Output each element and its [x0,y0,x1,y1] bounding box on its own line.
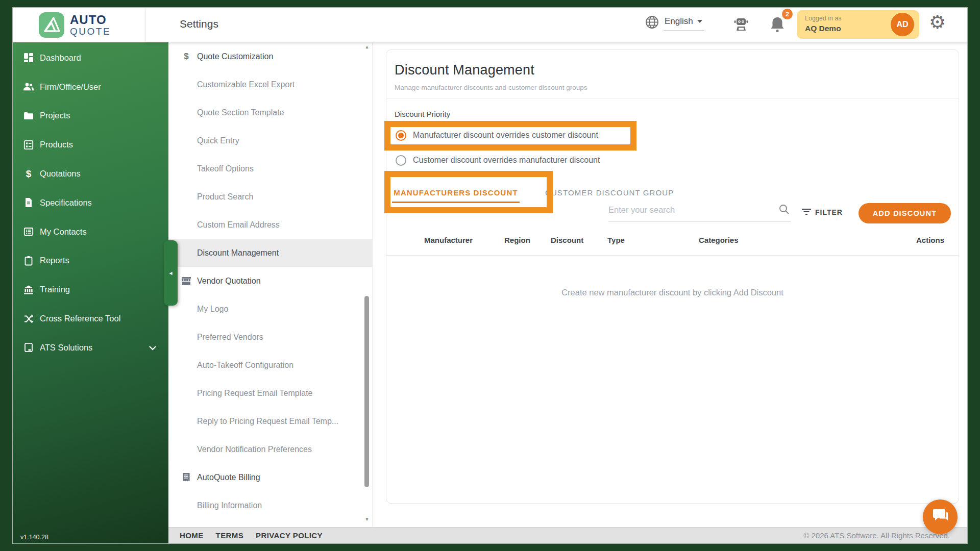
discount-management-card: Discount Management Manage manufacturer … [386,49,959,504]
chat-button[interactable] [923,499,958,534]
settings-item-reply-to-pricing-request-email-template[interactable]: Reply to Pricing Request Email Temp... [168,407,372,435]
clipboard-icon [23,255,34,266]
language-value: English [665,16,693,27]
shuffle-icon [23,313,34,324]
caret-down-icon [697,20,702,23]
sidebar-collapse-flap[interactable]: ◂ [164,240,178,306]
settings-item-vendor-quotation[interactable]: Vendor Quotation [168,267,372,295]
column-categories: Categories [699,236,739,244]
settings-item-takeoff-options[interactable]: Takeoff Options [168,155,372,183]
radio-manufacturer-overrides[interactable]: Manufacturer discount overrides customer… [396,128,598,143]
footer-links: HOME TERMS PRIVACY POLICY [180,528,323,543]
scroll-down-icon[interactable]: ▼ [363,517,371,522]
sidebar-item-firm-office-user[interactable]: Firm/Office/User [13,72,168,102]
language-selector[interactable]: English [645,15,704,31]
radio-customer-overrides[interactable]: Customer discount overrides manufacturer… [396,153,600,168]
collapse-left-icon: ◂ [169,269,172,277]
storefront-icon [181,276,192,287]
sidebar-nav: Dashboard Firm/Office/User Projects Prod… [13,43,168,362]
column-type: Type [607,236,625,244]
receipt-icon [181,472,192,483]
tablet-icon [23,342,34,353]
radio-selected-icon[interactable] [396,130,406,141]
logged-in-label: Logged in as [805,15,842,22]
discount-priority-label: Discount Priority [395,110,450,118]
search-input[interactable] [608,205,772,215]
app-version: v1.140.28 [20,534,48,541]
sidebar-item-my-contacts[interactable]: My Contacts [13,217,168,246]
assistant-robot-button[interactable] [732,15,750,35]
settings-item-quote-section-template[interactable]: Quote Section Template [168,98,372,127]
ballot-icon [23,139,34,151]
settings-item-my-logo[interactable]: My Logo [168,295,372,323]
notification-badge[interactable]: 2 [782,9,793,19]
copyright-text: © 2026 ATS Software. All Rights Reserved… [803,531,950,540]
sidebar-item-projects[interactable]: Projects [13,102,168,131]
footer: HOME TERMS PRIVACY POLICY © 2026 ATS Sof… [168,527,968,543]
sidebar-item-products[interactable]: Products [13,130,168,159]
settings-item-product-search[interactable]: Product Search [168,183,372,211]
settings-item-vendor-notification-preferences[interactable]: Vendor Notification Preferences [168,435,372,463]
tab-customer-discount-group[interactable]: CUSTOMER DISCOUNT GROUP [545,180,674,205]
settings-item-autoquote-billing[interactable]: AutoQuote Billing [168,463,372,491]
footer-link-privacy-policy[interactable]: PRIVACY POLICY [256,531,323,540]
contact-list-icon [23,226,34,237]
settings-scrollbar[interactable]: ▲ ▼ [363,44,371,526]
document-icon [23,197,34,208]
settings-item-quick-entry[interactable]: Quick Entry [168,127,372,155]
add-discount-button[interactable]: ADD DISCOUNT [859,203,951,223]
sidebar-item-quotations[interactable]: $ Quotations [13,159,168,188]
settings-item-custom-email-address[interactable]: Custom Email Address [168,211,372,239]
radio-unselected-icon[interactable] [396,155,406,166]
folder-icon [23,110,34,121]
logo-text-auto: AUTO [70,14,111,26]
settings-item-discount-management[interactable]: Discount Management [168,239,372,267]
sidebar-item-ats-solutions[interactable]: ATS Solutions [13,333,168,362]
content-title: Discount Management [395,62,534,78]
table-header-row: Manufacturer Region Discount Type Catego… [386,233,959,249]
sidebar: AUTO QUOTE Dashboard Firm/Office/User Pr… [13,8,168,544]
logged-in-user-box[interactable]: Logged in as AQ Demo AD [797,10,919,39]
settings-item-billing-information[interactable]: Billing Information [168,491,372,519]
footer-link-terms[interactable]: TERMS [216,531,244,540]
sidebar-item-specifications[interactable]: Specifications [13,188,168,217]
scrollbar-thumb[interactable] [364,296,369,487]
filter-icon [801,208,812,217]
sidebar-item-reports[interactable]: Reports [13,246,168,276]
content-subtitle: Manage manufacturer discounts and custom… [395,84,587,91]
sidebar-item-cross-reference-tool[interactable]: Cross Reference Tool [13,304,168,333]
footer-link-home[interactable]: HOME [180,531,204,540]
app-logo[interactable]: AUTO QUOTE [13,8,146,42]
settings-item-auto-takeoff-configuration[interactable]: Auto-Takeoff Configuration [168,351,372,379]
settings-item-quote-customization[interactable]: $ Quote Customization [168,42,372,70]
settings-item-preferred-vendors[interactable]: Preferred Vendors [168,323,372,351]
settings-item-customizable-excel-export[interactable]: Customizable Excel Export [168,70,372,98]
settings-menu-panel: $ Quote Customization Customizable Excel… [168,42,373,528]
empty-state-message: Create new manufacturer discount by clic… [386,288,959,297]
sidebar-item-training[interactable]: Training [13,275,168,304]
search-icon[interactable] [778,204,790,217]
autoquote-logo-icon [38,12,65,38]
sidebar-item-dashboard[interactable]: Dashboard [13,43,168,72]
column-actions: Actions [916,236,944,244]
column-manufacturer: Manufacturer [424,236,473,244]
gear-icon: ⚙ [929,12,946,33]
logo-text-quote: QUOTE [70,27,111,36]
tab-manufacturers-discount[interactable]: MANUFACTURERS DISCOUNT [392,180,520,205]
robot-icon [732,28,750,35]
bell-icon [769,27,786,35]
main-content: Discount Management Manage manufacturer … [373,42,967,527]
search-field [608,203,791,221]
page-title: Settings [180,18,218,30]
filter-button[interactable]: FILTER [801,203,843,221]
divider [386,98,959,98]
settings-item-pricing-request-email-template[interactable]: Pricing Request Email Template [168,379,372,407]
scroll-up-icon[interactable]: ▲ [363,44,371,49]
notifications-button[interactable] [769,16,786,35]
divider [386,255,959,256]
avatar[interactable]: AD [891,13,914,36]
settings-gear-button[interactable]: ⚙ [929,13,946,32]
dollar-icon: $ [23,168,34,180]
chat-icon [932,508,948,525]
column-region: Region [504,236,530,244]
